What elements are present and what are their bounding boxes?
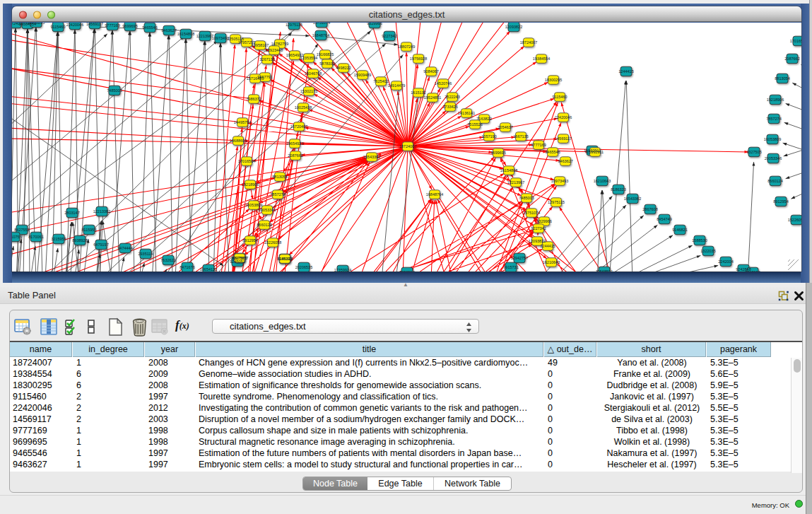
svg-text:14569117: 14569117 (555, 136, 572, 141)
svg-text:9084067: 9084067 (423, 69, 438, 74)
svg-text:1615132: 1615132 (411, 90, 425, 95)
svg-text:10654122: 10654122 (200, 267, 217, 271)
svg-text:9329966: 9329966 (536, 219, 551, 223)
svg-text:14495794: 14495794 (234, 120, 251, 124)
svg-text:7857274: 7857274 (766, 117, 781, 121)
svg-text:9463627: 9463627 (161, 28, 176, 33)
svg-text:2803147: 2803147 (64, 211, 79, 215)
svg-text:9115460: 9115460 (552, 95, 567, 99)
svg-text:12213967: 12213967 (196, 34, 213, 38)
svg-text:10973493: 10973493 (551, 179, 568, 183)
svg-text:22420046: 22420046 (66, 23, 83, 27)
svg-text:18724007: 18724007 (399, 144, 416, 148)
svg-text:12353594: 12353594 (300, 56, 317, 60)
svg-text:8938928: 8938928 (72, 238, 87, 243)
svg-text:9777169: 9777169 (531, 143, 546, 147)
svg-text:9463627: 9463627 (558, 159, 572, 163)
svg-text:19524851: 19524851 (424, 95, 441, 100)
svg-text:2935114: 2935114 (138, 252, 153, 256)
svg-text:9227342: 9227342 (382, 34, 396, 38)
svg-text:19654923: 19654923 (286, 141, 303, 146)
svg-text:9465546: 9465546 (545, 150, 560, 154)
svg-text:8912954: 8912954 (773, 199, 788, 204)
svg-text:8350513: 8350513 (399, 270, 414, 271)
svg-text:2054637: 2054637 (498, 125, 512, 129)
svg-text:4498222: 4498222 (336, 66, 351, 70)
svg-text:19756928: 19756928 (410, 57, 427, 61)
svg-text:7625402: 7625402 (373, 79, 388, 83)
svg-text:19218906: 19218906 (242, 182, 259, 187)
svg-text:6479197: 6479197 (93, 243, 108, 247)
svg-text:22420046: 22420046 (555, 115, 572, 119)
svg-text:2242004: 2242004 (718, 259, 733, 264)
svg-text:1244415: 1244415 (618, 69, 633, 74)
svg-text:12093822: 12093822 (505, 25, 522, 29)
svg-text:15751074: 15751074 (523, 211, 540, 215)
svg-text:7986372: 7986372 (246, 97, 261, 101)
svg-text:17016504: 17016504 (238, 159, 255, 163)
svg-text:16543362: 16543362 (363, 155, 380, 159)
svg-text:16848764: 16848764 (426, 192, 443, 197)
svg-text:2867608: 2867608 (642, 207, 657, 211)
svg-text:8186323: 8186323 (611, 187, 625, 192)
svg-text:18300295: 18300295 (545, 78, 562, 82)
svg-text:16154808: 16154808 (177, 32, 194, 36)
svg-text:15751074: 15751074 (313, 23, 330, 25)
svg-text:16053809: 16053809 (245, 203, 262, 207)
svg-text:15716485: 15716485 (247, 76, 264, 81)
svg-text:9699695: 9699695 (490, 151, 505, 155)
svg-text:1322035: 1322035 (700, 249, 715, 253)
svg-text:7485003: 7485003 (519, 196, 534, 200)
svg-text:9474444: 9474444 (117, 246, 132, 250)
svg-text:9777169: 9777169 (105, 23, 119, 28)
svg-text:1733426: 1733426 (442, 105, 457, 109)
svg-text:1244415: 1244415 (540, 244, 555, 248)
svg-text:9327505: 9327505 (232, 256, 247, 260)
svg-text:10688609: 10688609 (230, 139, 247, 143)
svg-text:8170061: 8170061 (28, 235, 43, 239)
svg-text:2718120: 2718120 (745, 270, 760, 271)
svg-text:8427552: 8427552 (14, 228, 29, 232)
svg-text:14136141: 14136141 (458, 111, 475, 115)
svg-text:16210643: 16210643 (594, 179, 611, 183)
svg-text:9699695: 9699695 (122, 24, 137, 28)
svg-text:8115955: 8115955 (81, 228, 96, 232)
svg-text:16210643: 16210643 (543, 260, 560, 264)
svg-text:20053346: 20053346 (259, 208, 276, 212)
svg-text:16543362: 16543362 (624, 197, 641, 201)
svg-text:9915731: 9915731 (503, 265, 518, 269)
svg-text:10025438: 10025438 (295, 105, 312, 110)
svg-text:12568591: 12568591 (596, 269, 613, 271)
svg-text:8454749: 8454749 (657, 217, 671, 221)
svg-text:17359924: 17359924 (334, 268, 351, 271)
svg-text:2087662: 2087662 (288, 153, 302, 158)
svg-text:7857274: 7857274 (270, 192, 285, 197)
svg-text:16053809: 16053809 (764, 137, 781, 141)
svg-text:19218906: 19218906 (767, 98, 784, 102)
svg-text:1667135: 1667135 (513, 134, 528, 139)
svg-text:15909489: 15909489 (354, 73, 371, 77)
svg-text:9146821: 9146821 (672, 228, 687, 232)
svg-text:9227342: 9227342 (531, 226, 546, 230)
svg-text:15992911: 15992911 (587, 150, 604, 154)
svg-text:12093822: 12093822 (529, 239, 546, 243)
svg-text:17016504: 17016504 (790, 39, 801, 43)
svg-text:8813054: 8813054 (775, 76, 789, 81)
svg-text:15720407: 15720407 (290, 124, 307, 129)
svg-text:8471676: 8471676 (180, 265, 194, 269)
svg-text:16782759: 16782759 (271, 42, 288, 46)
svg-text:12975115: 12975115 (548, 200, 565, 204)
svg-text:19384554: 19384554 (533, 57, 550, 61)
svg-text:9610755: 9610755 (12, 235, 22, 239)
svg-text:3215955: 3215955 (51, 237, 66, 241)
svg-text:9115460: 9115460 (50, 25, 65, 29)
svg-text:7515526: 7515526 (467, 122, 482, 127)
svg-text:15046768: 15046768 (305, 71, 322, 76)
svg-text:15226058: 15226058 (264, 240, 281, 245)
svg-text:9327505: 9327505 (746, 150, 761, 154)
svg-text:7485003: 7485003 (107, 88, 122, 93)
svg-text:12942757: 12942757 (511, 256, 528, 260)
svg-text:3267130: 3267130 (259, 57, 274, 62)
svg-text:18300295: 18300295 (28, 23, 45, 25)
svg-text:8912954: 8912954 (242, 238, 257, 243)
